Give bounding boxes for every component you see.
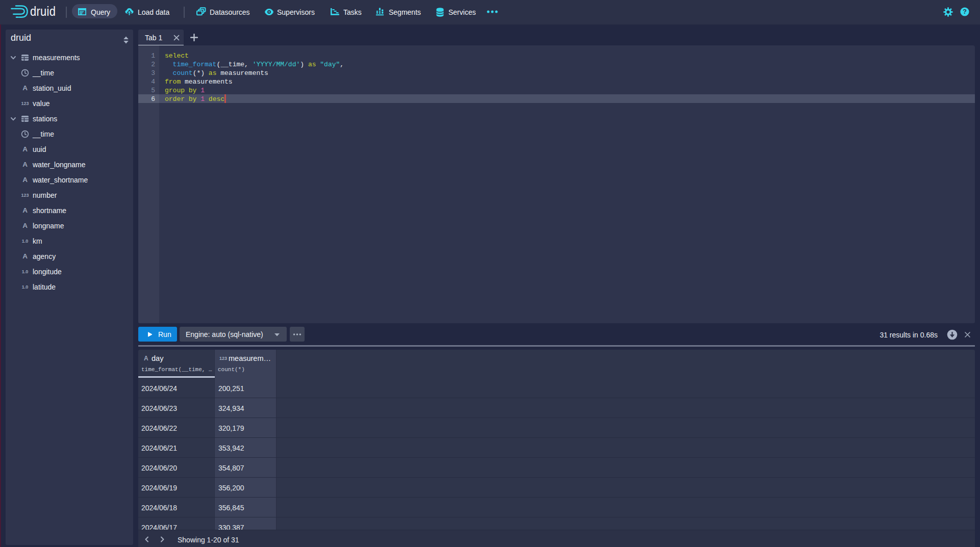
svg-text:?: ? bbox=[963, 8, 967, 15]
